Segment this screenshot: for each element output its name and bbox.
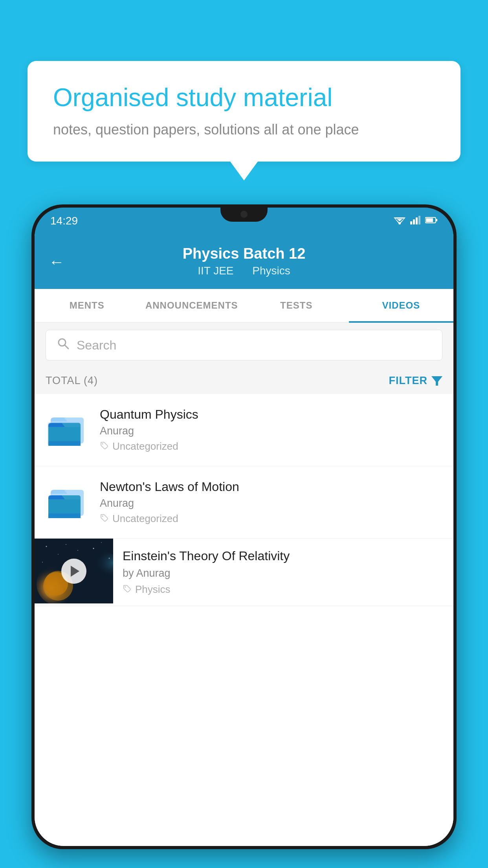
tabs-bar: MENTS ANNOUNCEMENTS TESTS VIDEOS [35,289,453,323]
folder-thumb [46,480,89,523]
app-bar-title: Physics Batch 12 [50,245,438,262]
search-placeholder: Search [77,338,116,353]
phone-frame: 14:29 [31,204,457,849]
svg-point-26 [46,546,47,547]
tag-label: Uncategorized [112,440,178,452]
svg-point-31 [58,554,59,555]
speech-bubble: Organised study material notes, question… [28,61,460,162]
list-item[interactable]: Quantum Physics Anurag Uncategorized [35,394,453,466]
list-item[interactable]: Newton's Laws of Motion Anurag Uncategor… [35,466,453,539]
status-bar: 14:29 [35,208,453,234]
wifi-icon [394,216,405,226]
search-icon [57,337,70,353]
svg-rect-7 [418,216,420,224]
screen: ← Physics Batch 12 IIT JEE Physics MENTS… [35,234,453,846]
bubble-subtitle: notes, question papers, solutions all at… [53,121,435,138]
video-thumbnail [35,539,113,603]
svg-rect-6 [416,217,418,224]
video-tag: Physics [123,583,444,596]
video-author: Anurag [100,497,442,509]
svg-point-38 [125,587,126,588]
svg-point-27 [66,544,66,545]
battery-icon [425,217,438,225]
svg-line-12 [65,345,68,349]
phone-inner: 14:29 [35,208,453,846]
tab-videos[interactable]: VIDEOS [349,289,454,322]
notch [220,208,268,222]
filter-row: TOTAL (4) FILTER [35,368,453,394]
camera [240,211,248,218]
svg-point-30 [77,550,78,551]
tag-label: Physics [135,583,171,596]
video-info: Einstein's Theory Of Relativity by Anura… [113,539,453,606]
video-title: Newton's Laws of Motion [100,480,442,494]
video-author: by Anurag [123,567,444,579]
tag-icon [100,513,108,525]
play-triangle [71,566,79,577]
video-info: Quantum Physics Anurag Uncategorized [100,407,442,452]
video-info: Newton's Laws of Motion Anurag Uncategor… [100,480,442,525]
svg-rect-10 [426,218,433,222]
filter-label: FILTER [389,375,427,387]
tab-announcements[interactable]: ANNOUNCEMENTS [139,289,244,322]
svg-marker-13 [431,376,442,386]
svg-point-33 [42,562,43,563]
app-bar-subtitle: IIT JEE Physics [50,265,438,277]
svg-point-24 [102,516,103,517]
folder-thumb [46,407,89,451]
status-time: 14:29 [50,215,78,227]
list-item[interactable]: Einstein's Theory Of Relativity by Anura… [35,539,453,606]
search-bar[interactable]: Search [46,330,442,360]
video-title: Quantum Physics [100,407,442,422]
svg-point-28 [93,548,94,549]
svg-rect-9 [436,219,437,221]
tab-tests[interactable]: TESTS [244,289,349,322]
tab-ments[interactable]: MENTS [35,289,139,322]
signal-icon [410,216,420,226]
video-list: Quantum Physics Anurag Uncategorized [35,394,453,846]
search-container: Search [35,323,453,368]
tag-icon [100,440,108,452]
subtitle-part2: Physics [252,265,290,277]
video-author: Anurag [100,425,442,437]
svg-point-19 [102,443,103,445]
svg-rect-23 [48,513,81,518]
tag-label: Uncategorized [112,513,178,525]
svg-rect-5 [413,219,415,224]
svg-point-29 [101,542,102,543]
speech-bubble-section: Organised study material notes, question… [28,61,460,162]
filter-button[interactable]: FILTER [389,375,442,387]
video-tag: Uncategorized [100,440,442,452]
back-button[interactable]: ← [49,253,64,270]
subtitle-part1: IIT JEE [198,265,233,277]
status-icons [394,216,438,226]
play-button[interactable] [61,559,86,584]
video-tag: Uncategorized [100,513,442,525]
bubble-title: Organised study material [53,83,435,113]
svg-point-3 [398,222,401,224]
app-bar: ← Physics Batch 12 IIT JEE Physics [35,234,453,289]
svg-rect-18 [48,441,81,446]
tag-icon [123,583,131,596]
svg-rect-4 [410,221,412,224]
total-count: TOTAL (4) [46,375,98,387]
video-title: Einstein's Theory Of Relativity [123,549,444,563]
